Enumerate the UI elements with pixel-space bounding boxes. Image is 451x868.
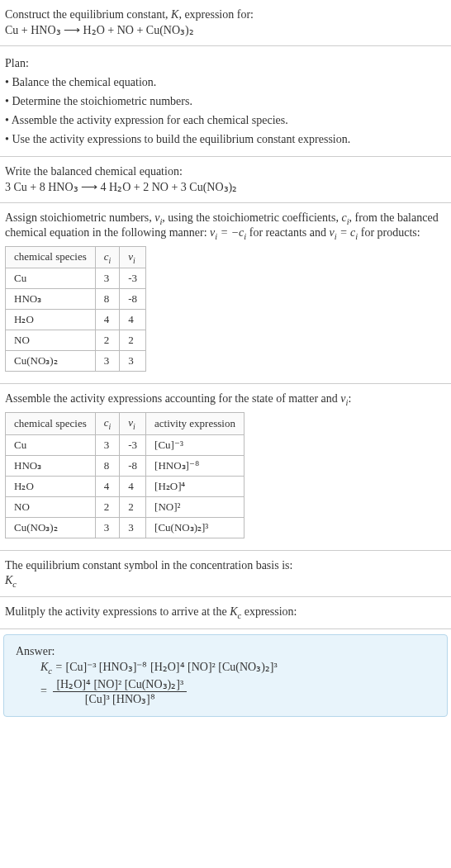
- intro-equation: Cu + HNO₃ ⟶ H₂O + NO + Cu(NO₃)₂: [5, 23, 446, 37]
- cell-species: NO: [6, 496, 96, 517]
- plan-item-4: • Use the activity expressions to build …: [5, 130, 446, 148]
- plan-item-1: • Balance the chemical equation.: [5, 74, 446, 91]
- plan-item-1-text: Balance the chemical equation.: [12, 76, 156, 88]
- cell-v: -8: [120, 289, 146, 310]
- c-i: ci: [341, 211, 349, 224]
- plan-item-3: • Assemble the activity expression for e…: [5, 111, 446, 129]
- cell-v: 4: [120, 476, 146, 496]
- cell-v: 4: [120, 310, 146, 330]
- table-row: NO22: [6, 330, 146, 351]
- answer-eq: =: [40, 685, 50, 697]
- cell-c: 3: [95, 268, 120, 289]
- cell-c: 2: [95, 330, 120, 351]
- activity-heading: Assemble the activity expressions accoun…: [5, 392, 446, 407]
- answer-frac-line: = [H₂O]⁴ [NO]² [Cu(NO₃)₂]³ [Cu]³ [HNO₃]⁸: [40, 677, 435, 706]
- cell-c: 3: [95, 517, 120, 538]
- symbol-line1: The equilibrium constant symbol in the c…: [5, 559, 446, 572]
- cell-species: NO: [6, 330, 96, 351]
- intro-line1: Construct the equilibrium constant, K, e…: [5, 8, 446, 21]
- cell-v: 3: [120, 517, 146, 538]
- table-row: Cu3-3[Cu]⁻³: [6, 434, 244, 455]
- cell-v: 2: [120, 496, 146, 517]
- cell-expr: [Cu(NO₃)₂]³: [146, 517, 244, 538]
- th-species: chemical species: [6, 246, 96, 268]
- plan-item-3-text: Assemble the activity expression for eac…: [12, 114, 288, 126]
- cell-expr: [NO]²: [146, 496, 244, 517]
- cell-c: 4: [95, 476, 120, 496]
- answer-num: [H₂O]⁴ [NO]² [Cu(NO₃)₂]³: [53, 677, 187, 692]
- answer-label: Answer:: [16, 645, 435, 658]
- table-row: Cu3-3: [6, 268, 146, 289]
- stoich-table: chemical species ci νi Cu3-3 HNO₃8-8 H₂O…: [5, 246, 146, 372]
- stoich-heading: Assign stoichiometric numbers, νi, using…: [5, 211, 446, 241]
- table-row: H₂O44: [6, 310, 146, 330]
- cell-c: 8: [95, 289, 120, 310]
- answer-den: [Cu]³ [HNO₃]⁸: [53, 692, 187, 706]
- table-header-row: chemical species ci νi: [6, 246, 146, 268]
- cell-species: Cu(NO₃)₂: [6, 517, 96, 538]
- intro-section: Construct the equilibrium constant, K, e…: [0, 0, 451, 46]
- answer-flat: Kc = [Cu]⁻³ [HNO₃]⁻⁸ [H₂O]⁴ [NO]² [Cu(NO…: [40, 660, 435, 676]
- th-ci: ci: [95, 412, 120, 434]
- activity-section: Assemble the activity expressions accoun…: [0, 384, 451, 550]
- cell-v: -3: [120, 434, 146, 455]
- table-row: H₂O44[H₂O]⁴: [6, 476, 244, 496]
- balanced-section: Write the balanced chemical equation: 3 …: [0, 157, 451, 203]
- cell-species: HNO₃: [6, 455, 96, 476]
- kc-inline: Kc: [230, 605, 241, 618]
- cell-species: Cu: [6, 434, 96, 455]
- plan-item-2-text: Determine the stoichiometric numbers.: [12, 95, 192, 107]
- cell-species: HNO₃: [6, 289, 96, 310]
- th-vi: νi: [120, 246, 146, 268]
- th-species: chemical species: [6, 412, 96, 434]
- cell-c: 3: [95, 351, 120, 372]
- th-vi: νi: [120, 412, 146, 434]
- cell-species: Cu(NO₃)₂: [6, 351, 96, 372]
- kc-eq: Kc =: [40, 661, 65, 673]
- cell-species: Cu: [6, 268, 96, 289]
- plan-section: Plan: • Balance the chemical equation. •…: [0, 46, 451, 157]
- intro-k: K: [171, 8, 178, 21]
- nu-eq-prod: νi = ci: [330, 226, 358, 239]
- plan-item-2: • Determine the stoichiometric numbers.: [5, 92, 446, 110]
- plan-item-4-text: Use the activity expressions to build th…: [12, 133, 350, 145]
- cell-species: H₂O: [6, 476, 96, 496]
- th-activity: activity expression: [146, 412, 244, 434]
- answer-fraction: [H₂O]⁴ [NO]² [Cu(NO₃)₂]³ [Cu]³ [HNO₃]⁸: [53, 677, 187, 706]
- table-header-row: chemical species ci νi activity expressi…: [6, 412, 244, 434]
- answer-flat-expr: [Cu]⁻³ [HNO₃]⁻⁸ [H₂O]⁴ [NO]² [Cu(NO₃)₂]³: [65, 661, 277, 673]
- cell-v: -8: [120, 455, 146, 476]
- cell-v: 3: [120, 351, 146, 372]
- multiply-heading: Mulitply the activity expressions to arr…: [5, 605, 446, 620]
- cell-expr: [HNO₃]⁻⁸: [146, 455, 244, 476]
- nu-eq-react: νi = −ci: [210, 226, 246, 239]
- nu-i: νi: [154, 211, 162, 224]
- plan-heading: Plan:: [5, 55, 446, 72]
- cell-c: 8: [95, 455, 120, 476]
- answer-body: Kc = [Cu]⁻³ [HNO₃]⁻⁸ [H₂O]⁴ [NO]² [Cu(NO…: [16, 660, 435, 706]
- table-row: Cu(NO₃)₂33[Cu(NO₃)₂]³: [6, 517, 244, 538]
- stoich-section: Assign stoichiometric numbers, νi, using…: [0, 203, 451, 384]
- multiply-section: Mulitply the activity expressions to arr…: [0, 597, 451, 629]
- table-row: HNO₃8-8: [6, 289, 146, 310]
- symbol-section: The equilibrium constant symbol in the c…: [0, 551, 451, 598]
- activity-table: chemical species ci νi activity expressi…: [5, 412, 244, 538]
- symbol-kc: Kc: [5, 574, 446, 589]
- cell-v: 2: [120, 330, 146, 351]
- cell-v: -3: [120, 268, 146, 289]
- cell-expr: [H₂O]⁴: [146, 476, 244, 496]
- answer-box: Answer: Kc = [Cu]⁻³ [HNO₃]⁻⁸ [H₂O]⁴ [NO]…: [3, 634, 448, 717]
- table-row: HNO₃8-8[HNO₃]⁻⁸: [6, 455, 244, 476]
- cell-c: 2: [95, 496, 120, 517]
- cell-species: H₂O: [6, 310, 96, 330]
- cell-c: 3: [95, 434, 120, 455]
- cell-c: 4: [95, 310, 120, 330]
- table-row: Cu(NO₃)₂33: [6, 351, 146, 372]
- balanced-equation: 3 Cu + 8 HNO₃ ⟶ 4 H₂O + 2 NO + 3 Cu(NO₃)…: [5, 180, 446, 194]
- nu-i-2: νi: [340, 392, 348, 405]
- th-ci: ci: [95, 246, 120, 268]
- balanced-heading: Write the balanced chemical equation:: [5, 165, 446, 178]
- cell-expr: [Cu]⁻³: [146, 434, 244, 455]
- table-row: NO22[NO]²: [6, 496, 244, 517]
